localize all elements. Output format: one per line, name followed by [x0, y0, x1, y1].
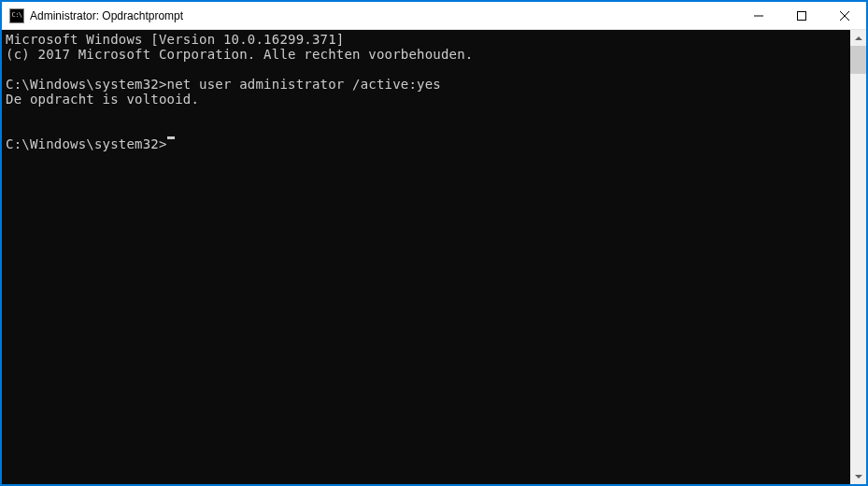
minimize-icon [754, 11, 763, 21]
cmd-icon-glyph: C:\ [11, 12, 21, 19]
minimize-button[interactable] [737, 2, 780, 29]
cmd-icon: C:\ [9, 8, 24, 23]
command-prompt-window: C:\ Administrator: Opdrachtprompt Micros… [2, 2, 866, 484]
banner-line: (c) 2017 Microsoft Corporation. Alle rec… [6, 47, 850, 62]
titlebar[interactable]: C:\ Administrator: Opdrachtprompt [2, 2, 866, 30]
svg-marker-5 [855, 475, 862, 479]
command-text: net user administrator /active:yes [167, 77, 441, 92]
scroll-down-button[interactable] [850, 468, 866, 484]
svg-marker-4 [855, 36, 862, 40]
scroll-thumb[interactable] [850, 46, 866, 74]
close-icon [840, 11, 849, 21]
chevron-down-icon [855, 475, 862, 479]
window-controls [737, 2, 866, 29]
svg-rect-1 [798, 11, 806, 20]
prompt-text: C:\Windows\system32> [6, 77, 167, 92]
prompt-line: C:\Windows\system32> [6, 136, 850, 151]
cursor [167, 136, 175, 139]
window-title: Administrator: Opdrachtprompt [30, 9, 737, 22]
banner-line: Microsoft Windows [Version 10.0.16299.37… [6, 32, 850, 47]
output-line: De opdracht is voltooid. [6, 92, 850, 107]
close-button[interactable] [823, 2, 866, 29]
scroll-up-button[interactable] [850, 30, 866, 46]
vertical-scrollbar[interactable] [850, 30, 866, 484]
maximize-button[interactable] [780, 2, 823, 29]
blank-line [6, 122, 850, 136]
maximize-icon [797, 11, 806, 21]
scroll-track[interactable] [850, 46, 866, 468]
prompt-text: C:\Windows\system32> [6, 136, 167, 151]
blank-line [6, 107, 850, 122]
console-output[interactable]: Microsoft Windows [Version 10.0.16299.37… [2, 30, 850, 484]
console-area: Microsoft Windows [Version 10.0.16299.37… [2, 30, 866, 484]
chevron-up-icon [855, 36, 862, 40]
blank-line [6, 62, 850, 77]
command-line: C:\Windows\system32>net user administrat… [6, 77, 850, 92]
